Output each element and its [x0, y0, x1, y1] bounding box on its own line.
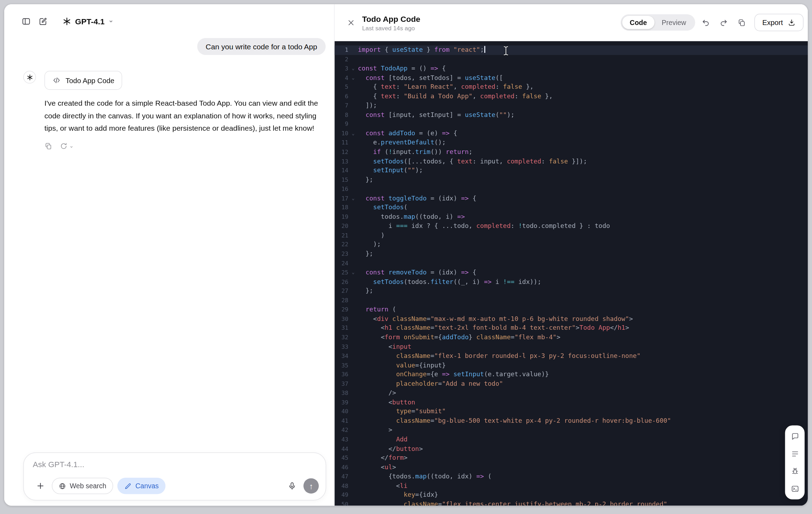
code-line[interactable]: 29 return ( [335, 305, 808, 314]
new-chat-button[interactable] [36, 14, 50, 28]
code-line[interactable]: 6 { text: "Build a Todo App", completed:… [335, 92, 808, 101]
code-line[interactable]: 36 onChange={e => setInput(e.target.valu… [335, 370, 808, 379]
line-number: 36 [335, 370, 349, 379]
code-line[interactable]: 33 <input [335, 342, 808, 351]
fold-gutter [349, 342, 358, 351]
line-number: 20 [335, 222, 349, 231]
code-line[interactable]: 44 </button> [335, 444, 808, 453]
copy-message-button[interactable] [44, 142, 53, 150]
code-line[interactable]: 3⌄const TodoApp = () => { [335, 64, 808, 73]
code-line[interactable]: 42 > [335, 426, 808, 435]
code-line[interactable]: 23 }; [335, 249, 808, 259]
code-line[interactable]: 5 { text: "Learn React", completed: fals… [335, 82, 808, 92]
code-line[interactable]: 45 </form> [335, 453, 808, 463]
code-line[interactable]: 13 setTodos([...todos, { text: input, co… [335, 157, 808, 166]
code-line[interactable]: 41 className="bg-blue-500 text-white px-… [335, 416, 808, 426]
sidebar-toggle-icon [21, 17, 31, 26]
code-line[interactable]: 28 [335, 296, 808, 305]
fold-chevron-icon[interactable]: ⌄ [349, 268, 358, 277]
code-line[interactable]: 49 key={idx} [335, 490, 808, 500]
code-editor[interactable]: 1import { useState } from "react";23⌄con… [335, 41, 808, 506]
line-number: 37 [335, 379, 349, 389]
code-text: e.preventDefault(); [358, 138, 446, 147]
code-text: > [358, 426, 393, 435]
fold-gutter [349, 286, 358, 296]
send-button[interactable]: ↑ [303, 478, 319, 494]
export-button[interactable]: Export [754, 14, 804, 31]
comments-button[interactable] [788, 429, 802, 444]
code-line[interactable]: 16 [335, 185, 808, 194]
code-line[interactable]: 39 <button [335, 398, 808, 407]
code-line[interactable]: 34 className="flex-1 border rounded-l px… [335, 352, 808, 361]
code-line[interactable]: 12 if (!input.trim()) return; [335, 148, 808, 157]
copy-canvas-button[interactable] [734, 15, 749, 30]
code-line[interactable]: 1import { useState } from "react"; [335, 45, 808, 55]
code-line[interactable]: 20 i === idx ? { ...todo, completed: !to… [335, 222, 808, 231]
code-text: { text: "Learn React", completed: false … [358, 82, 534, 92]
code-line[interactable]: 10⌄ const addTodo = (e) => { [335, 129, 808, 138]
undo-button[interactable] [698, 15, 713, 30]
code-line[interactable]: 38 /> [335, 389, 808, 398]
code-line[interactable]: 8 const [input, setInput] = useState("")… [335, 110, 808, 119]
code-line[interactable]: 37 placeholder="Add a new todo" [335, 379, 808, 389]
canvas-pill[interactable]: Canvas [117, 478, 166, 494]
code-text: <h1 className="text-2xl font-bold mb-4 t… [358, 324, 629, 333]
canvas-document-card[interactable]: Todo App Code [44, 71, 122, 90]
web-search-pill[interactable]: Web search [52, 478, 113, 494]
code-line[interactable]: 27 }; [335, 286, 808, 296]
regenerate-button[interactable]: ⌄ [60, 142, 74, 150]
code-line[interactable]: 19 todos.map((todo, i) => [335, 212, 808, 222]
fold-gutter [349, 222, 358, 231]
model-selector[interactable]: GPT-4.1 ⌄ [62, 17, 113, 26]
code-line[interactable]: 40 type="submit" [335, 407, 808, 416]
composer-toolbar: Web search Canvas [33, 478, 319, 494]
dictate-button[interactable] [284, 478, 299, 493]
code-line[interactable]: 32 <form onSubmit={addTodo} className="f… [335, 333, 808, 342]
code-line[interactable]: 21 ) [335, 231, 808, 240]
redo-button[interactable] [716, 15, 731, 30]
tab-code[interactable]: Code [622, 16, 654, 29]
code-line[interactable]: 9 [335, 120, 808, 129]
line-number: 1 [335, 45, 349, 55]
code-line[interactable]: 2 [335, 55, 808, 64]
fold-chevron-icon[interactable]: ⌄ [349, 73, 358, 82]
code-line[interactable]: 25⌄ const removeTodo = (idx) => { [335, 268, 808, 277]
code-line[interactable]: 15 }; [335, 175, 808, 184]
composer: Web search Canvas [23, 452, 326, 501]
attach-button[interactable] [33, 478, 48, 493]
plus-icon [36, 482, 45, 491]
suggest-edits-button[interactable] [788, 447, 802, 461]
code-line[interactable]: 46 <ul> [335, 463, 808, 472]
code-line[interactable]: 31 <h1 className="text-2xl font-bold mb-… [335, 324, 808, 333]
code-text: import { useState } from "react"; [358, 45, 485, 55]
code-line[interactable]: 43 Add [335, 435, 808, 444]
code-line[interactable]: 50 className="flex items-center justify-… [335, 500, 808, 506]
code-line[interactable]: 35 value={input} [335, 361, 808, 370]
close-canvas-button[interactable] [344, 16, 358, 29]
fold-chevron-icon[interactable]: ⌄ [349, 64, 358, 73]
line-number: 6 [335, 92, 349, 101]
console-button[interactable] [788, 482, 802, 496]
code-line[interactable]: 14 setInput(""); [335, 166, 808, 175]
code-line[interactable]: 48 <li [335, 481, 808, 490]
fold-chevron-icon[interactable]: ⌄ [349, 194, 358, 203]
code-line[interactable]: 24 [335, 259, 808, 268]
chat-input[interactable] [33, 460, 319, 469]
tab-preview[interactable]: Preview [654, 16, 694, 29]
code-line[interactable]: 4⌄ const [todos, setTodos] = useState([ [335, 73, 808, 82]
fold-chevron-icon[interactable]: ⌄ [349, 129, 358, 138]
close-icon [347, 19, 355, 26]
code-line[interactable]: 47 {todos.map((todo, idx) => ( [335, 472, 808, 481]
code-line[interactable]: 26 setTodos(todos.filter((_, i) => i !==… [335, 277, 808, 286]
fold-gutter [349, 259, 358, 268]
code-line[interactable]: 30 <div className="max-w-md mx-auto mt-1… [335, 314, 808, 323]
sidebar-toggle-button[interactable] [19, 14, 33, 28]
debug-button[interactable] [788, 464, 802, 478]
code-line[interactable]: 7 ]); [335, 101, 808, 110]
code-text: <li [358, 481, 408, 490]
code-line[interactable]: 22 ); [335, 240, 808, 249]
code-line[interactable]: 17⌄ const toggleTodo = (idx) => { [335, 194, 808, 203]
code-text: i === idx ? { ...todo, completed: !todo.… [358, 222, 610, 231]
code-line[interactable]: 11 e.preventDefault(); [335, 138, 808, 147]
code-line[interactable]: 18 setTodos( [335, 203, 808, 212]
